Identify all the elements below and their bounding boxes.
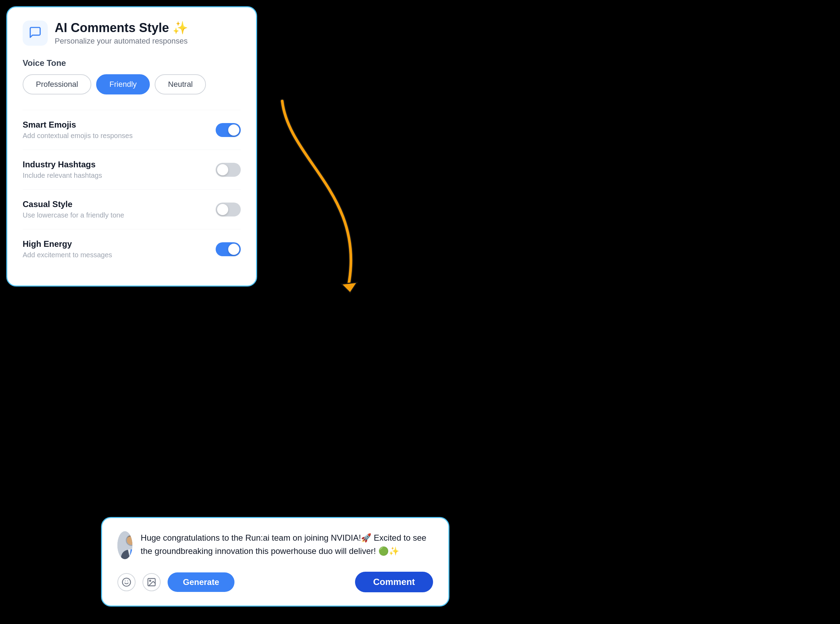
toggle-label-high-energy: High Energy [23,239,112,249]
panel-title: AI Comments Style ✨ [55,20,188,35]
toggle-info-high-energy: High Energy Add excitement to messages [23,239,112,259]
panel-title-group: AI Comments Style ✨ Personalize your aut… [55,20,188,46]
svg-marker-0 [341,283,357,293]
voice-tone-label: Voice Tone [23,58,241,68]
image-icon-button[interactable] [142,573,160,591]
comment-panel: Huge congratulations to the Run:ai team … [101,517,449,607]
toggle-switch-industry-hashtags[interactable] [216,163,241,177]
toggle-switch-smart-emojis[interactable] [216,123,241,137]
panel-icon-container [23,20,48,46]
panel-header: AI Comments Style ✨ Personalize your aut… [23,20,241,46]
toggle-row-smart-emojis: Smart Emojis Add contextual emojis to re… [23,110,241,150]
toggle-row-casual-style: Casual Style Use lowercase for a friendl… [23,189,241,229]
toggle-desc-casual-style: Use lowercase for a friendly tone [23,211,124,219]
arrow-decoration [268,91,380,300]
toggle-info-smart-emojis: Smart Emojis Add contextual emojis to re… [23,120,133,140]
panel-title-text: AI Comments Style [55,20,169,35]
toggle-info-casual-style: Casual Style Use lowercase for a friendl… [23,199,124,219]
panel-subtitle: Personalize your automated responses [55,37,188,46]
toggle-desc-high-energy: Add excitement to messages [23,251,112,259]
comment-body: Huge congratulations to the Run:ai team … [117,531,433,559]
comment-button[interactable]: Comment [355,572,433,592]
toggle-label-smart-emojis: Smart Emojis [23,120,133,130]
toggle-switch-casual-style[interactable] [216,202,241,216]
toggle-label-casual-style: Casual Style [23,199,124,209]
toggle-label-industry-hashtags: Industry Hashtags [23,160,102,170]
comment-actions: Generate [117,572,234,592]
panel-title-emoji: ✨ [173,20,188,35]
voice-tone-section: Voice Tone Professional Friendly Neutral [23,58,241,94]
settings-panel: AI Comments Style ✨ Personalize your aut… [6,6,257,287]
toggle-desc-smart-emojis: Add contextual emojis to responses [23,132,133,140]
tone-btn-professional[interactable]: Professional [23,74,91,94]
chat-bubble-icon [29,26,42,40]
toggle-info-industry-hashtags: Industry Hashtags Include relevant hasht… [23,160,102,179]
comment-footer: Generate Comment [117,572,433,592]
comment-text: Huge congratulations to the Run:ai team … [141,531,433,559]
svg-point-4 [122,578,130,586]
toggle-desc-industry-hashtags: Include relevant hashtags [23,171,102,179]
tone-btn-friendly[interactable]: Friendly [96,74,150,94]
svg-point-8 [150,580,151,581]
emoji-icon-button[interactable] [117,573,136,591]
toggle-row-industry-hashtags: Industry Hashtags Include relevant hasht… [23,150,241,189]
tone-btn-neutral[interactable]: Neutral [155,74,206,94]
tone-buttons: Professional Friendly Neutral [23,74,241,94]
generate-button[interactable]: Generate [168,572,234,592]
toggle-switch-high-energy[interactable] [216,242,241,256]
avatar [117,531,133,559]
toggle-row-high-energy: High Energy Add excitement to messages [23,229,241,269]
